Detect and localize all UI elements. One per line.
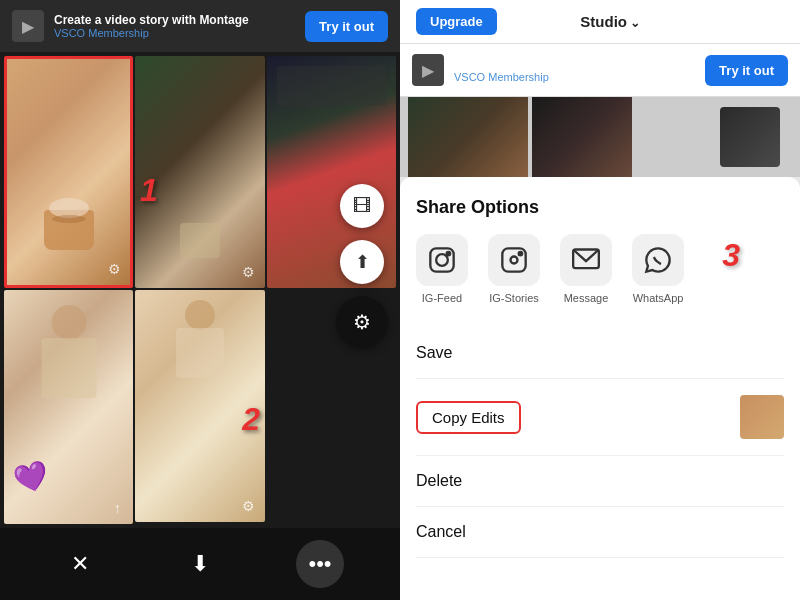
bottom-bar: ✕ ⬇ ••• [0,528,400,600]
montage-icon-right: ▶ [412,54,444,86]
copy-edits-menu-item[interactable]: Copy Edits [416,379,784,456]
banner-subtitle: VSCO Membership [54,27,295,39]
upgrade-button[interactable]: Upgrade [416,8,497,35]
studio-dropdown[interactable]: Studio [580,13,640,30]
ig-stories-option[interactable]: IG-Stories [488,234,540,304]
right-banner-title: Create a video story with Montage [454,57,695,71]
settings-overlay-icon2: ⚙ [239,262,259,282]
try-it-out-button[interactable]: Try it out [305,11,388,42]
copy-edits-thumbnail [740,395,784,439]
right-try-button[interactable]: Try it out [705,55,788,86]
heart-decoration: 💜 [10,457,52,498]
delete-menu-item[interactable]: Delete [416,456,784,507]
whatsapp-icon [632,234,684,286]
photo-grid: ⚙ ⚙ 💜 ↑ ⚙ 1 🎞 ⬆ ⚙ [0,52,400,528]
ig-feed-label: IG-Feed [422,292,462,304]
message-icon [560,234,612,286]
svg-point-2 [447,252,451,256]
message-option[interactable]: Message [560,234,612,304]
montage-icon: ▶ [12,10,44,42]
download-icon[interactable]: ⬇ [176,540,224,588]
preview-image-1 [408,97,528,177]
preview-image-2 [532,97,632,177]
right-panel: Upgrade Studio ▶ Create a video story wi… [400,0,800,600]
svg-point-1 [436,254,448,266]
ig-feed-option[interactable]: IG-Feed [416,234,468,304]
step-number-2: 2 [242,401,260,438]
right-banner-text: Create a video story with Montage VSCO M… [454,57,695,83]
share-button[interactable]: ⬆ [340,240,384,284]
svg-point-5 [519,252,523,256]
right-banner: ▶ Create a video story with Montage VSCO… [400,44,800,97]
share-options-title: Share Options [416,197,784,218]
copy-edits-button[interactable]: Copy Edits [416,401,521,434]
share-overlay-icon: ↑ [107,498,127,518]
photo-cell-girl1[interactable]: 💜 ↑ [4,290,133,524]
whatsapp-label: WhatsApp [633,292,684,304]
svg-point-4 [511,257,518,264]
right-banner-subtitle: VSCO Membership [454,71,695,83]
preview-strip [400,97,800,177]
left-banner: ▶ Create a video story with Montage VSCO… [0,0,400,52]
photo-cell-coffee[interactable]: ⚙ [4,56,133,288]
more-options-icon[interactable]: ••• [296,540,344,588]
share-options-panel: Share Options IG-Feed [400,177,800,600]
film-button[interactable]: 🎞 [340,184,384,228]
ig-stories-label: IG-Stories [489,292,539,304]
ig-stories-icon [488,234,540,286]
message-label: Message [564,292,609,304]
close-icon[interactable]: ✕ [56,540,104,588]
step-number-3: 3 [722,237,740,274]
save-menu-item[interactable]: Save [416,328,784,379]
banner-text: Create a video story with Montage VSCO M… [54,13,295,39]
settings-button[interactable]: ⚙ [336,296,388,348]
settings-overlay-icon: ⚙ [104,259,124,279]
floating-buttons: 🎞 ⬆ ⚙ [336,184,388,348]
cancel-menu-item[interactable]: Cancel [416,507,784,558]
banner-title: Create a video story with Montage [54,13,295,27]
ig-feed-icon [416,234,468,286]
step-number-1: 1 [140,172,158,209]
settings-overlay-icon3: ⚙ [239,496,259,516]
top-nav: Upgrade Studio [400,0,800,44]
left-panel: ▶ Create a video story with Montage VSCO… [0,0,400,600]
whatsapp-option[interactable]: WhatsApp [632,234,684,304]
